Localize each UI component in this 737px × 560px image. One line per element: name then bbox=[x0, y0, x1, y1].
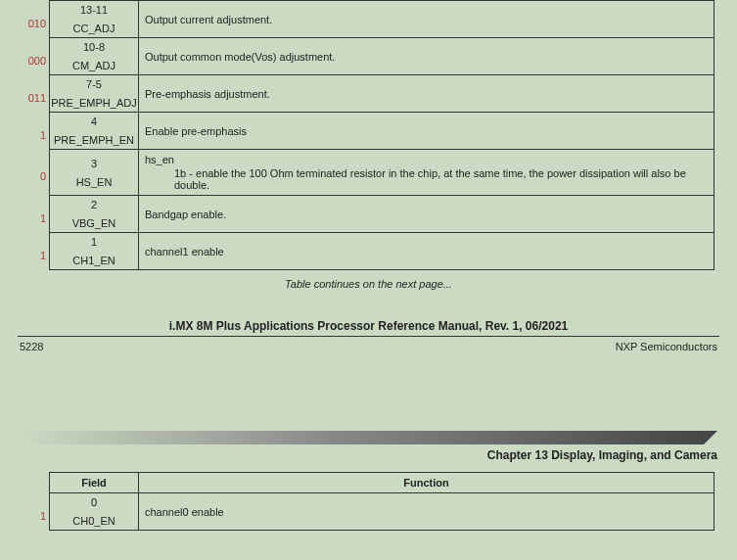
reset-value: 000 bbox=[19, 54, 46, 66]
bit-range: 10-8 bbox=[50, 38, 138, 58]
reset-value: 0 bbox=[19, 170, 46, 182]
bit-range: 7-5 bbox=[50, 75, 138, 95]
register-table-lower: Field Function 10CH0_ENchannel0 enable bbox=[49, 472, 714, 531]
field-name: CH1_EN bbox=[50, 253, 138, 269]
field-name: HS_EN bbox=[50, 174, 138, 191]
reset-value: 011 bbox=[19, 91, 46, 103]
field-cell: 14PRE_EMPH_EN bbox=[50, 113, 139, 150]
function-text: Pre-emphasis adjustment. bbox=[145, 88, 270, 100]
reset-value: 1 bbox=[19, 128, 46, 140]
chapter-title: Chapter 13 Display, Imaging, and Camera bbox=[0, 448, 737, 472]
function-cell: Output current adjustment. bbox=[139, 1, 714, 38]
function-cell: channel1 enable bbox=[139, 233, 714, 270]
bit-range: 13-11 bbox=[50, 1, 138, 21]
bit-range: 0 bbox=[50, 493, 138, 513]
reset-value: 1 bbox=[19, 509, 46, 521]
function-cell: Pre-emphasis adjustment. bbox=[139, 75, 714, 113]
table-row: 10CH0_ENchannel0 enable bbox=[50, 493, 714, 531]
field-name: PRE_EMPH_EN bbox=[50, 132, 138, 149]
function-text: Bandgap enable. bbox=[145, 209, 226, 220]
register-table-upper: 01013-11CC_ADJOutput current adjustment.… bbox=[49, 0, 714, 270]
field-name: CH0_EN bbox=[50, 513, 138, 530]
document-title: i.MX 8M Plus Applications Processor Refe… bbox=[0, 319, 737, 333]
bit-range: 4 bbox=[50, 113, 138, 132]
function-cell: Output common mode(Vos) adjustment. bbox=[139, 38, 714, 75]
function-cell: hs_en1b - enable the 100 Ohm terminated … bbox=[139, 150, 714, 196]
table-row: 0117-5PRE_EMPH_ADJPre-emphasis adjustmen… bbox=[50, 75, 714, 113]
field-cell: 01013-11CC_ADJ bbox=[50, 1, 139, 38]
field-cell: 11CH1_EN bbox=[50, 233, 139, 270]
field-name: PRE_EMPH_ADJ bbox=[50, 95, 138, 112]
table-row: 00010-8CM_ADJOutput common mode(Vos) adj… bbox=[50, 38, 714, 75]
function-text: channel0 enable bbox=[145, 506, 224, 518]
bit-range: 1 bbox=[50, 233, 138, 253]
field-cell: 00010-8CM_ADJ bbox=[50, 38, 139, 75]
field-cell: 03HS_EN bbox=[50, 150, 139, 196]
field-name: CC_ADJ bbox=[50, 21, 138, 37]
table-row: 14PRE_EMPH_ENEnable pre-emphasis bbox=[50, 113, 714, 150]
table-continues-note: Table continues on the next page... bbox=[0, 278, 737, 290]
header-field: Field bbox=[50, 473, 139, 493]
header-function: Function bbox=[139, 473, 714, 493]
table-row: 03HS_ENhs_en1b - enable the 100 Ohm term… bbox=[50, 150, 714, 196]
field-name: CM_ADJ bbox=[50, 58, 138, 74]
bit-range: 2 bbox=[50, 196, 138, 215]
function-cell: Enable pre-emphasis bbox=[139, 113, 714, 150]
reset-value: 010 bbox=[19, 17, 46, 28]
function-text: Output current adjustment. bbox=[145, 14, 272, 25]
function-text: channel1 enable bbox=[145, 246, 224, 257]
field-cell: 10CH0_EN bbox=[50, 493, 139, 531]
page-number: 5228 bbox=[20, 341, 43, 352]
gradient-bar bbox=[20, 431, 717, 444]
table-row: 12VBG_ENBandgap enable. bbox=[50, 196, 714, 233]
reset-value: 1 bbox=[19, 249, 46, 260]
function-cell: Bandgap enable. bbox=[139, 196, 714, 233]
bit-range: 3 bbox=[50, 155, 138, 174]
table-row: 01013-11CC_ADJOutput current adjustment. bbox=[50, 1, 714, 38]
field-name: VBG_EN bbox=[50, 215, 138, 232]
field-cell: 12VBG_EN bbox=[50, 196, 139, 233]
reset-value: 1 bbox=[19, 211, 46, 223]
table-header-row: Field Function bbox=[50, 473, 714, 493]
table-row: 11CH1_ENchannel1 enable bbox=[50, 233, 714, 270]
function-sub-text: 1b - enable the 100 Ohm terminated resis… bbox=[145, 167, 708, 191]
function-cell: channel0 enable bbox=[139, 493, 714, 531]
function-text: hs_en bbox=[145, 154, 174, 165]
function-text: Enable pre-emphasis bbox=[145, 125, 247, 137]
function-text: Output common mode(Vos) adjustment. bbox=[145, 51, 335, 63]
page-footer: 5228 NXP Semiconductors bbox=[0, 337, 737, 372]
company-name: NXP Semiconductors bbox=[616, 341, 717, 352]
field-cell: 0117-5PRE_EMPH_ADJ bbox=[50, 75, 139, 113]
